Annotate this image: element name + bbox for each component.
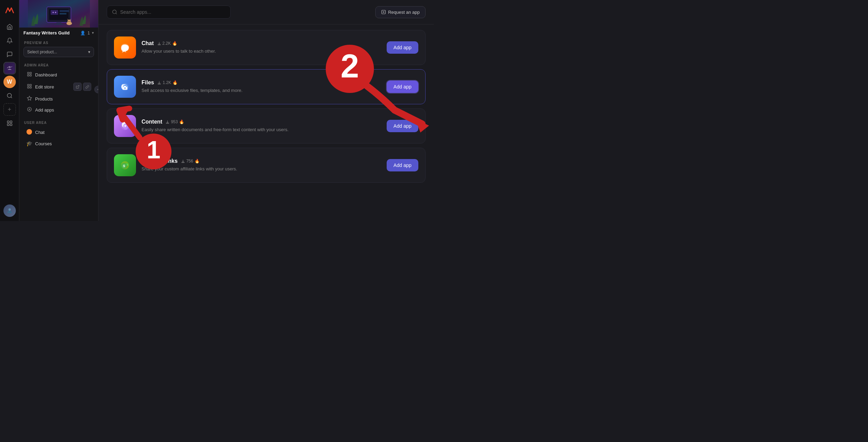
nav-item-dashboard[interactable]: Dashboard bbox=[23, 69, 94, 80]
svg-rect-39 bbox=[158, 44, 160, 45]
svg-rect-16 bbox=[60, 13, 66, 14]
community-title: Fantasy Writers Guild bbox=[23, 30, 70, 35]
sidebar-item-home[interactable] bbox=[3, 21, 16, 33]
admin-area-label: ADMIN AREA bbox=[23, 63, 94, 67]
svg-rect-26 bbox=[30, 84, 31, 86]
svg-rect-25 bbox=[27, 84, 29, 86]
nav-item-courses[interactable]: 🎓 Courses bbox=[23, 138, 94, 149]
app-info-files: Files 1.2K 🔥 Sell access to exclusive fi… bbox=[142, 80, 381, 94]
svg-rect-22 bbox=[30, 72, 31, 74]
app-card-files: Files 1.2K 🔥 Sell access to exclusive fi… bbox=[107, 69, 426, 104]
app-desc-affiliate: Share your custom affiliate links with y… bbox=[142, 166, 381, 172]
app-name-row-chat: Chat 2.2K 🔥 bbox=[142, 40, 381, 46]
app-card-affiliate: $ Affiliate Links 756 🔥 bbox=[107, 148, 426, 183]
preview-section: PREVIEW AS Select product... ▾ bbox=[19, 38, 98, 60]
files-fire: 🔥 bbox=[172, 80, 178, 85]
main-header: Search apps... Request an app bbox=[98, 0, 434, 24]
members-count: 1 bbox=[87, 31, 90, 35]
app-name-row-affiliate: Affiliate Links 756 🔥 bbox=[142, 158, 381, 164]
files-downloads: 1.2K bbox=[163, 80, 171, 85]
nav-label-courses: Courses bbox=[35, 141, 52, 146]
add-app-btn-affiliate[interactable]: Add app bbox=[387, 159, 418, 171]
select-chevron: ▾ bbox=[88, 50, 90, 54]
svg-line-29 bbox=[77, 85, 79, 87]
svg-rect-27 bbox=[27, 87, 29, 88]
sidebar-item-grid[interactable] bbox=[3, 117, 16, 129]
nav-label-chat: Chat bbox=[35, 130, 44, 135]
app-info-affiliate: Affiliate Links 756 🔥 Share your custom … bbox=[142, 158, 381, 172]
sidebar-item-community[interactable] bbox=[3, 62, 16, 74]
app-stat-chat: 2.2K 🔥 bbox=[157, 41, 178, 46]
svg-rect-23 bbox=[27, 75, 29, 76]
svg-rect-10 bbox=[56, 22, 62, 24]
nav-item-add-apps[interactable]: Add apps bbox=[23, 104, 94, 115]
add-app-btn-files[interactable]: Add app bbox=[387, 81, 418, 93]
edit-store-actions bbox=[73, 83, 91, 91]
svg-rect-49 bbox=[166, 123, 169, 123]
sidebar-item-search[interactable] bbox=[3, 90, 16, 102]
svg-point-34 bbox=[113, 10, 116, 14]
nav-label-add-apps: Add apps bbox=[35, 107, 54, 113]
apps-list: Chat 2.2K 🔥 Allow your users to talk to … bbox=[98, 24, 434, 221]
svg-point-6 bbox=[8, 208, 11, 211]
add-app-btn-chat[interactable]: Add app bbox=[387, 41, 418, 54]
sidebar-item-add[interactable]: + bbox=[3, 103, 16, 116]
app-icon-content: ✦ bbox=[114, 115, 136, 137]
app-name-chat: Chat bbox=[142, 40, 154, 46]
svg-rect-24 bbox=[30, 75, 31, 76]
search-bar[interactable]: Search apps... bbox=[107, 6, 231, 19]
add-app-btn-content[interactable]: Add app bbox=[387, 120, 418, 132]
download-icon-affiliate bbox=[181, 159, 185, 163]
svg-rect-28 bbox=[30, 87, 31, 88]
nav-item-products[interactable]: Products bbox=[23, 93, 94, 104]
sidebar-title-row: Fantasy Writers Guild 👤 1 ▾ bbox=[19, 28, 98, 38]
request-app-btn[interactable]: Request an app bbox=[375, 6, 426, 18]
app-info-chat: Chat 2.2K 🔥 Allow your users to talk to … bbox=[142, 40, 381, 54]
search-placeholder: Search apps... bbox=[120, 9, 151, 15]
app-stat-content: 953 🔥 bbox=[166, 119, 184, 124]
admin-area: ADMIN AREA Dashboard Edit store bbox=[19, 60, 98, 119]
svg-text:✦✦: ✦✦ bbox=[52, 11, 57, 14]
nav-item-chat[interactable]: Chat bbox=[23, 127, 94, 138]
user-avatar[interactable] bbox=[3, 204, 16, 217]
nav-item-edit-store[interactable]: Edit store bbox=[23, 80, 94, 93]
app-desc-content: Easily share written documents and free-… bbox=[142, 127, 381, 133]
chat-downloads: 2.2K bbox=[163, 41, 171, 46]
sidebar-item-community2[interactable]: W bbox=[3, 76, 16, 88]
product-select[interactable]: Select product... ▾ bbox=[23, 47, 94, 57]
app-card-chat: Chat 2.2K 🔥 Allow your users to talk to … bbox=[107, 30, 426, 65]
app-stat-files: 1.2K 🔥 bbox=[157, 80, 178, 85]
app-name-row-content: Content 953 🔥 bbox=[142, 119, 381, 125]
select-placeholder: Select product... bbox=[27, 50, 57, 54]
edit-store-external-btn[interactable] bbox=[73, 83, 82, 91]
svg-point-1 bbox=[7, 93, 11, 97]
edit-store-link-btn[interactable] bbox=[83, 83, 91, 91]
svg-rect-55 bbox=[181, 162, 184, 162]
app-desc-chat: Allow your users to talk to each other. bbox=[142, 48, 381, 54]
app-card-content: ✦ Content 953 🔥 Easily share written doc… bbox=[107, 108, 426, 144]
app-desc-files: Sell access to exclusive files, template… bbox=[142, 87, 381, 94]
sidebar-item-notifications[interactable] bbox=[3, 34, 16, 47]
dashboard-icon bbox=[26, 72, 32, 78]
add-apps-icon bbox=[26, 107, 32, 113]
chevron-icon: ▾ bbox=[92, 31, 94, 35]
app-icon-affiliate: $ bbox=[114, 154, 136, 176]
svg-rect-5 bbox=[10, 124, 12, 126]
svg-point-18 bbox=[67, 20, 71, 23]
svg-rect-15 bbox=[60, 10, 69, 12]
svg-rect-21 bbox=[27, 72, 29, 74]
user-area: USER AREA Chat 🎓 Courses bbox=[19, 119, 98, 151]
content-downloads: 953 bbox=[171, 119, 178, 124]
svg-point-19 bbox=[68, 21, 69, 22]
svg-point-38 bbox=[121, 45, 129, 51]
app-name-affiliate: Affiliate Links bbox=[142, 158, 178, 164]
search-icon bbox=[112, 9, 117, 15]
main-content: Search apps... Request an app bbox=[98, 0, 434, 221]
app-logo[interactable] bbox=[3, 4, 16, 17]
svg-marker-30 bbox=[27, 96, 32, 100]
svg-text:✦: ✦ bbox=[124, 124, 127, 128]
request-icon bbox=[381, 10, 386, 14]
svg-rect-2 bbox=[7, 121, 9, 123]
store-icon bbox=[26, 84, 32, 90]
sidebar-item-messages[interactable] bbox=[3, 48, 16, 61]
